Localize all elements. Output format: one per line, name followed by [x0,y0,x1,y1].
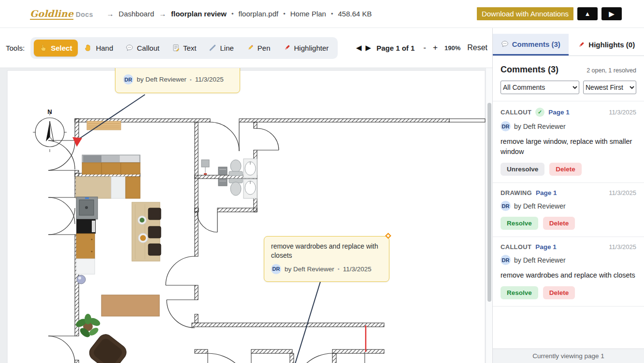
app-logo: GoldlineDocs [30,9,93,19]
comment-date: 11/3/2025 [609,109,636,116]
comment-actions: Unresolve Delete [501,163,636,176]
comment-author: by Deft Reviewer [514,123,566,130]
avatar: DR [501,201,511,211]
tool-label: Line [220,44,233,52]
hand-icon [85,44,92,52]
comment-body: remove wardrobes and replace with closet… [501,270,636,280]
red-marker-icon [577,41,585,49]
tool-label: Callout [137,44,159,52]
zoom-out-button[interactable]: - [421,43,428,53]
up-triangle-icon: ▲ [585,10,591,17]
dining-table [132,202,161,261]
tool-label: Pen [258,44,271,52]
breadcrumb-project[interactable]: floorplan review [171,10,227,18]
tool-text-button[interactable]: Text [166,40,202,56]
breadcrumb-separator: • [231,10,234,17]
speech-bubble-icon [126,44,133,52]
pencil-icon [246,44,254,52]
breadcrumb-separator: • [331,10,333,17]
comment-kind: DRAWING [501,189,532,196]
avatar: DR [501,121,511,131]
avatar: DR [271,264,281,274]
comment-author: by Deft Reviewer [514,202,566,210]
tool-label: Highlighter [294,44,329,52]
comment-sort-filter[interactable]: Newest First [583,81,636,94]
tool-select-button[interactable]: Select [34,40,78,56]
tab-comments[interactable]: Comments (3) [493,34,569,56]
prev-page-button[interactable]: ◀ [356,43,362,52]
comment-page-link[interactable]: Page 1 [536,189,557,196]
tool-callout-button[interactable]: Callout [120,40,165,56]
zoom-in-button[interactable]: + [431,43,440,53]
comment-actions: Resolve Delete [501,286,636,299]
tool-label: Select [51,44,72,52]
comment-meta: DRAWING Page 1 11/3/2025 [501,189,636,196]
floorplan-drawing: N [0,68,492,363]
breadcrumb-arrow-icon: → [159,10,166,18]
avatar: DR [123,74,133,84]
sidebar-tabs: Comments (3) Highlights (0) [493,34,644,56]
sideboard [101,295,159,316]
header-actions: Download with Annotations ▲ ▶ [477,7,622,20]
comment-body: remove large window, replace with smalle… [501,137,636,157]
tool-label: Hand [96,44,113,52]
callout-note-window[interactable]: DR by Deft Reviewer • 11/3/2025 [115,68,240,93]
canvas-scrollbar[interactable] [486,68,492,363]
compass-north-label: N [47,108,52,115]
comment-actions: Resolve Delete [501,217,636,230]
right-triangle-icon: ▶ [609,10,615,18]
download-with-annotations-button[interactable]: Download with Annotations [477,7,573,20]
comment-type-filter[interactable]: All Comments [501,81,579,94]
zoom-level: 190% [444,44,460,52]
note-date: 11/3/2025 [195,76,224,83]
next-button[interactable]: ▶ [601,7,622,20]
comment-card: CALLOUT ✓ Page 1 11/3/2025 DR by Deft Re… [493,101,644,182]
resolve-button[interactable]: Resolve [501,217,538,230]
breadcrumb-dashboard-link[interactable]: Dashboard [119,10,154,18]
avatar: DR [501,255,511,265]
comment-date: 11/3/2025 [609,189,636,196]
breadcrumb-separator: • [283,10,286,17]
comment-kind: CALLOUT [501,109,531,116]
tools-group: Select Hand Callout Text Line Pen Highli… [30,37,338,59]
comment-author: by Deft Reviewer [514,256,566,264]
unresolve-button[interactable]: Unresolve [501,163,544,176]
comment-page-link[interactable]: Page 1 [548,109,570,116]
note-body: remove wardrobes and replace with closet… [271,242,382,260]
tools-toolbar: Tools: Select Hand Callout Text Line Pen [0,28,492,68]
note-author: by Deft Reviewer [285,265,334,273]
resolve-button[interactable]: Resolve [501,286,538,299]
comment-author-row: DR by Deft Reviewer [501,201,636,211]
tool-pen-button[interactable]: Pen [241,40,276,56]
zoom-reset-button[interactable]: Reset [467,43,487,52]
viewing-page-status: Currently viewing page 1 [493,349,644,363]
delete-button[interactable]: Delete [549,163,582,176]
breadcrumb-arrow-icon: → [107,10,114,18]
breadcrumb-plan-name: Home Plan [290,10,326,18]
tool-highlighter-button[interactable]: Highlighter [277,40,335,56]
speech-bubble-icon [501,40,509,48]
next-page-button[interactable]: ▶ [365,43,372,52]
note-separator: • [190,77,192,83]
tool-line-button[interactable]: Line [203,40,239,56]
tab-label: Comments (3) [512,40,560,48]
memo-icon [172,44,180,52]
document-canvas[interactable]: N [0,68,492,363]
delete-button[interactable]: Delete [543,286,575,299]
comment-card: DRAWING Page 1 11/3/2025 DR by Deft Revi… [493,182,644,237]
comment-filters: All Comments Newest First [493,75,644,101]
comment-meta: CALLOUT Page 1 11/3/2025 [501,243,636,251]
tool-hand-button[interactable]: Hand [79,40,119,56]
comment-kind: CALLOUT [501,243,531,251]
comment-page-link[interactable]: Page 1 [535,243,557,251]
scroll-top-button[interactable]: ▲ [577,7,598,20]
status-text: Currently viewing page 1 [532,352,604,360]
tab-highlights[interactable]: Highlights (0) [569,34,644,56]
resolved-check-icon: ✓ [535,108,544,117]
delete-button[interactable]: Delete [543,217,575,230]
note-author: by Deft Reviewer [137,76,186,83]
callout-note-wardrobes[interactable]: remove wardrobes and replace with closet… [264,236,389,282]
breadcrumb: → Dashboard → floorplan review • floorpl… [107,10,372,18]
page-indicator: Page 1 of 1 [376,44,415,52]
scrollbar-thumb[interactable] [487,103,491,302]
